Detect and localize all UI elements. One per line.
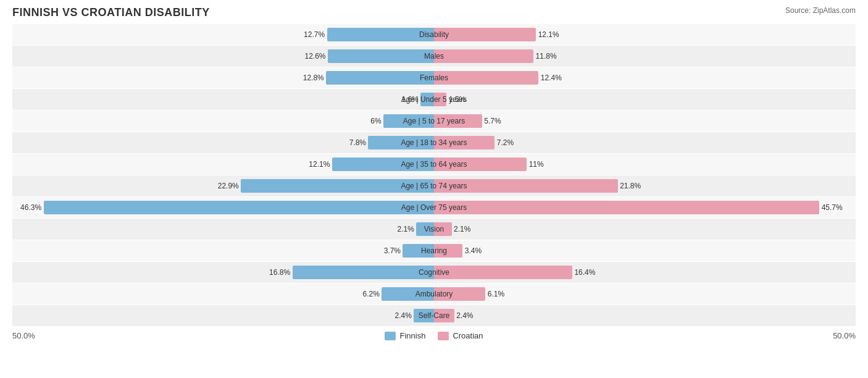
bar-row: 6%Age | 5 to 17 years5.7%: [12, 111, 856, 132]
croatian-value: 2.4%: [456, 311, 473, 320]
right-section: 1.5%: [434, 89, 856, 110]
bar-row: 46.3%Age | Over 75 years45.7%: [12, 197, 856, 218]
finnish-value: 12.1%: [309, 160, 330, 169]
right-axis-label: 50.0%: [833, 331, 856, 340]
croatian-bar: [434, 114, 482, 128]
right-section: 6.1%: [434, 284, 856, 304]
left-section: 6%: [12, 111, 434, 132]
finnish-value: 1.6%: [401, 95, 418, 104]
finnish-bar: [414, 309, 434, 322]
left-section: 46.3%: [12, 197, 434, 218]
finnish-bar: [326, 71, 434, 85]
croatian-bar: [434, 136, 495, 149]
finnish-bar: [328, 49, 434, 63]
finnish-bar: [383, 114, 434, 128]
right-section: 12.4%: [434, 67, 856, 88]
croatian-value: 7.2%: [497, 138, 514, 147]
croatian-value: 11.8%: [536, 52, 557, 61]
croatian-value: 3.4%: [465, 246, 482, 255]
croatian-value: 11%: [529, 160, 544, 169]
left-section: 12.1%: [12, 154, 434, 175]
left-section: 7.8%: [12, 132, 434, 153]
croatian-value: 2.1%: [454, 225, 470, 233]
chart-source: Source: ZipAtlas.com: [785, 6, 856, 15]
left-section: 3.7%: [12, 240, 434, 261]
right-section: 11%: [434, 154, 856, 175]
finnish-bar: [420, 93, 434, 106]
right-section: 12.1%: [434, 24, 856, 45]
croatian-bar: [434, 93, 446, 106]
finnish-bar: [293, 266, 434, 279]
finnish-value: 6.2%: [363, 290, 380, 298]
croatian-bar: [434, 309, 454, 322]
croatian-bar: [434, 28, 536, 41]
finnish-value: 12.8%: [303, 74, 324, 82]
legend-finnish: Finnish: [385, 331, 425, 340]
finnish-bar: [416, 222, 434, 236]
right-section: 45.7%: [434, 197, 856, 218]
bar-row: 6.2%Ambulatory6.1%: [12, 284, 856, 304]
bar-row: 12.7%Disability12.1%: [12, 24, 856, 45]
left-section: 22.9%: [12, 175, 434, 196]
bar-row: 1.6%Age | Under 5 years1.5%: [12, 89, 856, 110]
right-section: 2.4%: [434, 305, 856, 326]
finnish-value: 12.7%: [304, 30, 325, 39]
finnish-value: 7.8%: [349, 138, 366, 147]
right-section: 5.7%: [434, 111, 856, 132]
finnish-bar: [403, 244, 434, 258]
croatian-bar: [434, 179, 618, 193]
legend: Finnish Croatian: [385, 331, 483, 340]
chart-header: FINNISH VS CROATIAN DISABILITY Source: Z…: [12, 6, 856, 19]
left-section: 6.2%: [12, 284, 434, 304]
croatian-bar: [434, 287, 485, 301]
bar-row: 12.8%Females12.4%: [12, 67, 856, 88]
finnish-value: 3.7%: [384, 246, 401, 255]
right-section: 7.2%: [434, 132, 856, 153]
croatian-value: 1.5%: [449, 95, 465, 104]
left-section: 16.8%: [12, 262, 434, 283]
croatian-value: 16.4%: [574, 268, 595, 277]
right-section: 21.8%: [434, 175, 856, 196]
croatian-value: 5.7%: [484, 117, 501, 125]
left-section: 2.1%: [12, 219, 434, 240]
finnish-bar: [332, 158, 434, 171]
croatian-bar: [434, 71, 538, 85]
bar-row: 12.6%Males11.8%: [12, 46, 856, 67]
finnish-value: 2.1%: [398, 225, 414, 233]
legend-croatian: Croatian: [438, 331, 483, 340]
croatian-bar: [434, 266, 572, 279]
finnish-value: 16.8%: [269, 268, 290, 277]
croatian-value: 6.1%: [488, 290, 504, 298]
bar-row: 12.1%Age | 35 to 64 years11%: [12, 154, 856, 175]
left-section: 2.4%: [12, 305, 434, 326]
finnish-value: 22.9%: [218, 182, 239, 190]
left-section: 12.7%: [12, 24, 434, 45]
croatian-bar: [434, 158, 527, 171]
finnish-value: 12.6%: [304, 52, 325, 61]
croatian-bar: [434, 201, 819, 214]
chart-title: FINNISH VS CROATIAN DISABILITY: [12, 6, 210, 19]
bar-row: 7.8%Age | 18 to 34 years7.2%: [12, 132, 856, 153]
right-section: 2.1%: [434, 219, 856, 240]
croatian-value: 12.1%: [538, 30, 559, 39]
croatian-value: 21.8%: [620, 182, 641, 190]
legend-croatian-label: Croatian: [453, 331, 483, 340]
finnish-bar: [327, 28, 434, 41]
finnish-value: 2.4%: [394, 311, 411, 320]
croatian-bar: [434, 49, 533, 63]
legend-croatian-box: [438, 332, 449, 340]
croatian-value: 45.7%: [822, 203, 843, 212]
chart-area: 12.7%Disability12.1%12.6%Males11.8%12.8%…: [12, 24, 856, 326]
left-section: 12.6%: [12, 46, 434, 67]
finnish-bar: [382, 287, 434, 301]
finnish-bar: [368, 136, 434, 149]
right-section: 11.8%: [434, 46, 856, 67]
finnish-value: 6%: [370, 117, 381, 125]
legend-finnish-label: Finnish: [399, 331, 425, 340]
bar-row: 2.4%Self-Care2.4%: [12, 305, 856, 326]
bar-row: 16.8%Cognitive16.4%: [12, 262, 856, 283]
left-section: 1.6%: [12, 89, 434, 110]
bar-row: 3.7%Hearing3.4%: [12, 240, 856, 261]
croatian-bar: [434, 244, 462, 258]
left-axis-label: 50.0%: [12, 331, 35, 340]
